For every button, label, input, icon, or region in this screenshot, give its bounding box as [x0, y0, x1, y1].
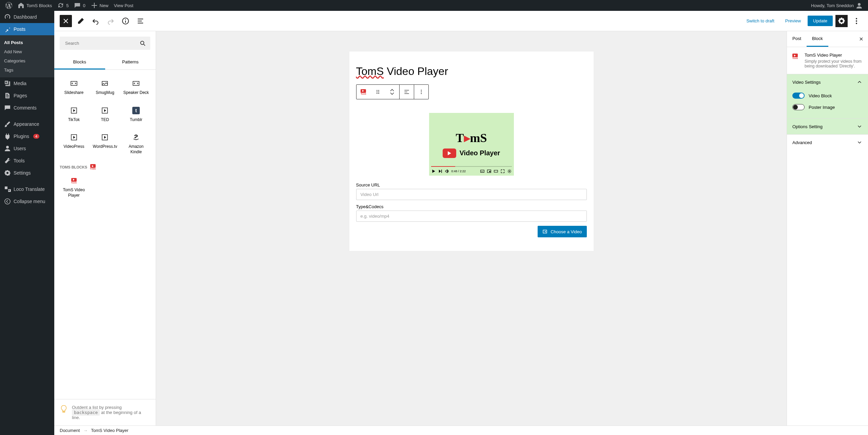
refresh-icon	[57, 2, 64, 9]
site-name-text: TomS Blocks	[26, 3, 52, 8]
comments[interactable]: 0	[71, 0, 88, 11]
comment-icon	[74, 2, 81, 9]
adminbar: TomS Blocks 5 0 New View Post Howdy, Tom…	[0, 0, 868, 11]
svg-point-0	[858, 3, 861, 6]
updates-count: 5	[66, 3, 69, 8]
comment-count: 0	[83, 3, 85, 8]
user-avatar-icon	[856, 2, 863, 9]
site-name[interactable]: TomS Blocks	[15, 0, 55, 11]
view-post[interactable]: View Post	[111, 0, 136, 11]
home-icon	[18, 2, 24, 9]
new-content[interactable]: New	[88, 0, 111, 11]
updates[interactable]: 5	[55, 0, 71, 11]
user-greeting[interactable]: Howdy, Tom Sneddon	[808, 0, 865, 11]
adminbar-right: Howdy, Tom Sneddon	[808, 0, 865, 11]
view-post-label: View Post	[114, 3, 134, 8]
new-label: New	[100, 3, 109, 8]
howdy-text: Howdy, Tom Sneddon	[811, 3, 854, 8]
wp-logo[interactable]	[3, 0, 15, 11]
adminbar-left: TomS Blocks 5 0 New View Post	[3, 0, 136, 11]
plus-icon	[91, 2, 98, 9]
wordpress-icon	[5, 2, 12, 9]
